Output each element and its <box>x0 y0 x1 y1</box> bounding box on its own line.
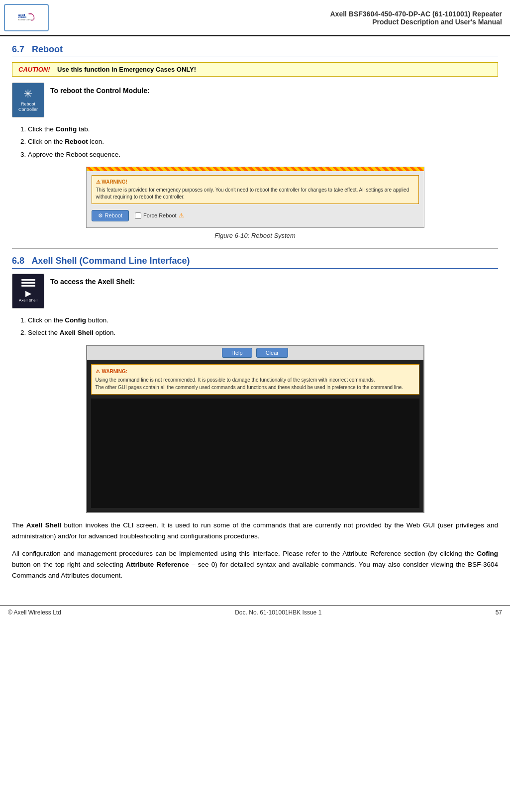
reboot-controller-icon: ✳ RebootController <box>12 83 44 117</box>
reboot-bold: Reboot <box>65 138 88 145</box>
cli-warning-text1: Using the command line is not recommende… <box>96 376 415 384</box>
screenshot-warning-text: This feature is provided for emergency p… <box>96 187 409 200</box>
header-line2: Product Description and User's Manual <box>330 18 502 26</box>
section-68-number: 6.8 <box>12 256 24 266</box>
svg-text:A COBHAM COMPANY: A COBHAM COMPANY <box>18 19 32 21</box>
shell-line-1 <box>21 279 35 281</box>
svg-text:WIRELESS: WIRELESS <box>18 16 26 18</box>
screenshot-buttons-row: ⚙ Reboot Force Reboot ⚠ <box>92 208 419 223</box>
footer-copyright: © Axell Wireless Ltd <box>8 609 61 616</box>
figure-6-10-caption: Figure 6-10: Reboot System <box>12 232 498 239</box>
shell-step-2: Select the Axell Shell option. <box>28 328 498 338</box>
shell-arrow-icon: ▶ <box>25 289 31 298</box>
attribute-reference-bold: Attribute Reference <box>126 561 189 568</box>
reboot-icon-inner: ✳ RebootController <box>18 88 38 112</box>
reboot-icon-label: RebootController <box>18 102 38 112</box>
main-content: 6.7 Reboot CAUTION! Use this function in… <box>0 36 510 596</box>
reboot-step-3: Approve the Reboot sequence. <box>28 150 498 160</box>
reboot-step-2: Click on the Reboot icon. <box>28 137 498 147</box>
cli-warning-text2: The other GUI pages contain all the comm… <box>96 384 415 391</box>
caution-box: CAUTION! Use this function in Emergency … <box>12 62 498 77</box>
cofing-bold: Cofing <box>477 550 498 557</box>
shell-step-1: Click on the Config button. <box>28 315 498 325</box>
cli-warning-triangle-icon: ⚠ <box>96 368 100 375</box>
reboot-screenshot: ⚠ WARNING! This feature is provided for … <box>86 167 424 228</box>
config-bold-1: Config <box>56 125 77 133</box>
warning-triangle-icon: ⚠ <box>96 179 101 185</box>
cli-terminal-area[interactable] <box>91 399 419 508</box>
company-logo: axell WIRELESS A COBHAM COMPANY <box>4 4 49 31</box>
logo-area: axell WIRELESS A COBHAM COMPANY <box>4 4 49 31</box>
section-68-title: Axell Shell (Command Line Interface) <box>31 256 190 266</box>
axell-shell-text-bold: Axell Shell <box>26 521 61 529</box>
shell-line-2 <box>21 282 35 284</box>
body-paragraph-2: All configuration and management procedu… <box>12 548 498 581</box>
shell-line-3 <box>21 285 35 287</box>
footer-doc-number: Doc. No. 61-101001HBK Issue 1 <box>235 609 321 616</box>
shell-steps-list: Click on the Config button. Select the A… <box>28 315 498 338</box>
header-title: Axell BSF3604-450-470-DP-AC (61-101001) … <box>330 10 502 26</box>
section-67-title: Reboot <box>32 44 63 54</box>
reboot-icon-block: ✳ RebootController To reboot the Control… <box>12 83 498 117</box>
reboot-desc-heading: To reboot the Control Module: <box>50 83 150 95</box>
force-reboot-label[interactable]: Force Reboot ⚠ <box>135 212 184 219</box>
caution-label: CAUTION! <box>18 66 50 73</box>
section-67-number: 6.7 <box>12 44 24 54</box>
header-line1: Axell BSF3604-450-470-DP-AC (61-101001) … <box>330 10 502 18</box>
force-reboot-checkbox[interactable] <box>135 212 141 219</box>
clear-button[interactable]: Clear <box>256 348 288 358</box>
shell-icon-block: ▶ Axell Shell To access the Axell Shell: <box>12 274 498 308</box>
warning-stripe-bar <box>87 167 424 171</box>
cli-top-bar: Help Clear <box>87 346 423 360</box>
cli-warning-title: ⚠ WARNING: <box>96 368 415 375</box>
screenshot-warning-box: ⚠ WARNING! This feature is provided for … <box>92 175 419 204</box>
caution-text: Use this function in Emergency Cases ONL… <box>57 66 196 73</box>
config-bold-2: Config <box>65 316 86 324</box>
force-warning-icon: ⚠ <box>179 212 184 219</box>
footer-page-number: 57 <box>496 609 502 616</box>
section-divider-68 <box>12 248 498 249</box>
section-67-heading: 6.7 Reboot <box>12 44 498 57</box>
body-paragraph-1: The Axell Shell button invokes the CLI s… <box>12 520 498 541</box>
axell-shell-bold: Axell Shell <box>60 329 94 336</box>
svg-text:axell: axell <box>18 13 25 16</box>
cli-warning-section: ⚠ WARNING: Using the command line is not… <box>91 364 419 395</box>
shell-lines-icon <box>21 279 35 287</box>
reboot-steps-list: Click the Config tab. Click on the Reboo… <box>28 124 498 160</box>
axell-shell-label: Axell Shell <box>19 298 37 303</box>
snowflake-icon: ✳ <box>23 88 32 101</box>
screenshot-warning-title: ⚠ WARNING! <box>96 179 414 186</box>
page-header: axell WIRELESS A COBHAM COMPANY Axell BS… <box>0 0 510 36</box>
logo-swoosh-icon: axell WIRELESS A COBHAM COMPANY <box>18 9 35 26</box>
help-button[interactable]: Help <box>222 348 252 358</box>
section-68-heading: 6.8 Axell Shell (Command Line Interface) <box>12 256 498 269</box>
screenshot-body: ⚠ WARNING! This feature is provided for … <box>87 171 424 227</box>
axell-shell-icon: ▶ Axell Shell <box>12 274 44 308</box>
reboot-button[interactable]: ⚙ Reboot <box>92 210 129 221</box>
reboot-step-1: Click the Config tab. <box>28 124 498 134</box>
shell-desc-heading: To access the Axell Shell: <box>50 274 135 286</box>
reboot-btn-gear-icon: ⚙ <box>98 212 103 219</box>
page-footer: © Axell Wireless Ltd Doc. No. 61-101001H… <box>0 606 510 619</box>
cli-screenshot: Help Clear ⚠ WARNING: Using the command … <box>86 345 424 513</box>
